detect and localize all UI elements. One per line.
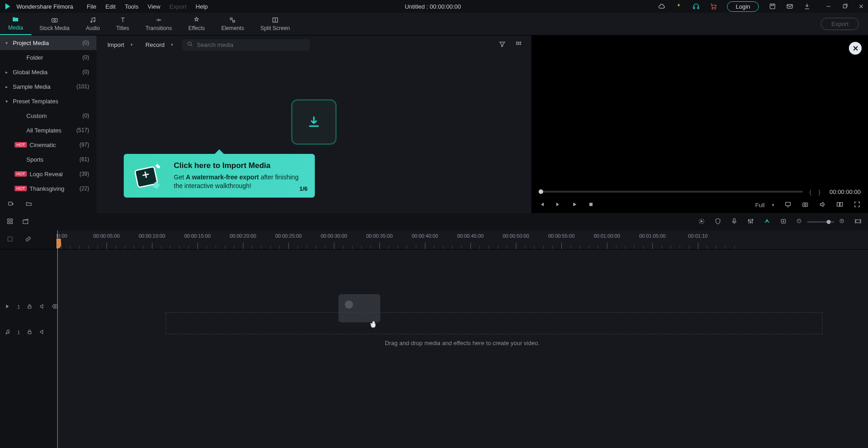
grid-view-icon[interactable]: [513, 39, 524, 51]
sidebar-item-count: (0): [82, 112, 89, 119]
audio-mixer-icon[interactable]: [747, 218, 754, 226]
fit-timeline-icon[interactable]: [854, 218, 862, 226]
sidebar-item-count: (0): [82, 54, 89, 61]
layout-icon[interactable]: [6, 218, 14, 226]
sidebar-item-folder[interactable]: Folder (0): [0, 50, 96, 65]
search-icon: [187, 41, 193, 49]
ruler-tick-label: 00:00:45:00: [457, 233, 484, 239]
sidebar-item-cinematic[interactable]: HOT Cinematic (97): [0, 137, 96, 152]
clapperboard-icon[interactable]: [22, 218, 29, 226]
menu-help[interactable]: Help: [196, 3, 208, 10]
timeline-ruler[interactable]: 00:0000:00:05:0000:00:10:0000:00:15:0000…: [56, 230, 868, 249]
zoom-in-icon[interactable]: [839, 218, 845, 226]
sidebar-item-custom[interactable]: Custom (0): [0, 108, 96, 123]
seek-slider[interactable]: [539, 191, 803, 193]
cart-icon[interactable]: [710, 3, 717, 10]
app-logo-icon: [4, 2, 12, 10]
sidebar-item-all-templates[interactable]: All Templates (517): [0, 123, 96, 137]
cloud-icon[interactable]: [658, 3, 665, 10]
tab-effects[interactable]: Effects: [180, 13, 213, 35]
menu-file[interactable]: File: [87, 3, 96, 10]
search-input[interactable]: [197, 41, 305, 48]
tab-media[interactable]: Media: [0, 13, 31, 35]
svg-point-48: [6, 333, 7, 334]
menu-export: Export: [169, 3, 187, 10]
ruler-tick-label: 00:00:50:00: [503, 233, 529, 239]
sidebar-item-global-media[interactable]: ▸ Global Media (0): [0, 65, 96, 79]
record-dropdown[interactable]: Record ▾: [142, 40, 177, 50]
menu-tools[interactable]: Tools: [125, 3, 138, 10]
filter-icon[interactable]: [497, 39, 508, 51]
sparkle-icon[interactable]: [675, 3, 682, 10]
tab-split-screen[interactable]: Split Screen: [252, 13, 298, 35]
display-icon[interactable]: [784, 201, 792, 209]
close-icon[interactable]: ✕: [849, 42, 862, 55]
sidebar-item-preset-templates[interactable]: ▾ Preset Templates: [0, 94, 96, 108]
new-folder-icon[interactable]: [25, 200, 33, 209]
playhead[interactable]: [57, 230, 58, 448]
snapshot-icon[interactable]: [802, 201, 809, 209]
ruler-tick-label: 00:00:10:00: [139, 233, 165, 239]
sidebar-item-thanksgiving[interactable]: HOT Thanksgiving (22): [0, 181, 96, 196]
add-marker-icon[interactable]: [780, 218, 787, 226]
tab-titles[interactable]: Titles: [108, 13, 137, 35]
save-icon[interactable]: [769, 3, 776, 10]
sidebar-item-label: Sample Media: [13, 83, 76, 90]
sidebar-item-sports[interactable]: Sports (61): [0, 152, 96, 167]
tab-audio[interactable]: Audio: [78, 13, 108, 35]
magnet-snap-icon[interactable]: [763, 218, 771, 226]
timeline-drop-zone[interactable]: [166, 312, 823, 334]
maximize-icon[interactable]: [842, 3, 848, 10]
ruler-tick-label: 00:00:25:00: [275, 233, 302, 239]
step-forward-icon[interactable]: [555, 201, 561, 209]
tab-elements[interactable]: Elements: [213, 13, 252, 35]
menu-edit[interactable]: Edit: [106, 3, 116, 10]
mail-icon[interactable]: [786, 3, 793, 10]
compare-icon[interactable]: [836, 201, 843, 209]
minimize-icon[interactable]: [825, 3, 832, 10]
mute-icon[interactable]: [39, 329, 45, 336]
chevron-down-icon: ▾: [772, 203, 774, 207]
fullscreen-icon[interactable]: [853, 201, 861, 209]
volume-icon[interactable]: [819, 201, 826, 209]
sidebar-item-sample-media[interactable]: ▸ Sample Media (101): [0, 79, 96, 94]
tab-transitions[interactable]: Transitions: [137, 13, 180, 35]
ruler-tick-label: 00:01:05:00: [639, 233, 666, 239]
mute-icon[interactable]: [39, 303, 45, 311]
export-button[interactable]: Export: [821, 18, 859, 30]
add-bin-icon[interactable]: [7, 200, 15, 209]
marker-shield-icon[interactable]: [714, 218, 722, 226]
svg-point-8: [54, 20, 56, 21]
download-icon[interactable]: [803, 3, 811, 10]
svg-rect-7: [52, 19, 57, 22]
prev-frame-icon[interactable]: [539, 201, 545, 209]
link-icon[interactable]: [25, 235, 32, 244]
quality-dropdown[interactable]: Full ▾: [755, 202, 774, 209]
sidebar-item-count: (39): [80, 171, 89, 177]
login-button[interactable]: Login: [727, 1, 759, 12]
sidebar-item-logo-reveal[interactable]: HOT Logo Reveal (39): [0, 167, 96, 181]
import-media-box[interactable]: [291, 99, 337, 145]
zoom-slider[interactable]: [807, 221, 834, 223]
sidebar-item-label: Sports: [26, 156, 80, 163]
search-media[interactable]: [182, 39, 310, 51]
voiceover-mic-icon[interactable]: [731, 218, 738, 226]
lock-icon[interactable]: [26, 329, 33, 336]
svg-rect-25: [590, 203, 593, 206]
tab-stock-media[interactable]: Stock Media: [31, 13, 78, 35]
render-icon[interactable]: [698, 218, 705, 226]
headphones-icon[interactable]: [692, 3, 700, 10]
import-dropdown[interactable]: Import ▾: [104, 40, 136, 50]
sidebar-item-count: (22): [80, 185, 89, 192]
lock-icon[interactable]: [26, 303, 33, 311]
menu-view[interactable]: View: [147, 3, 160, 10]
text-icon: [119, 16, 126, 24]
ruler-tick-label: 00:00:35:00: [366, 233, 393, 239]
play-icon[interactable]: [571, 201, 578, 209]
sidebar-item-project-media[interactable]: ▾ Project Media (0): [0, 36, 96, 50]
select-icon[interactable]: [6, 235, 14, 244]
bracket-icons[interactable]: { }: [809, 188, 823, 195]
stop-icon[interactable]: [588, 201, 594, 209]
zoom-out-icon[interactable]: [796, 218, 802, 226]
close-window-icon[interactable]: [858, 3, 864, 10]
